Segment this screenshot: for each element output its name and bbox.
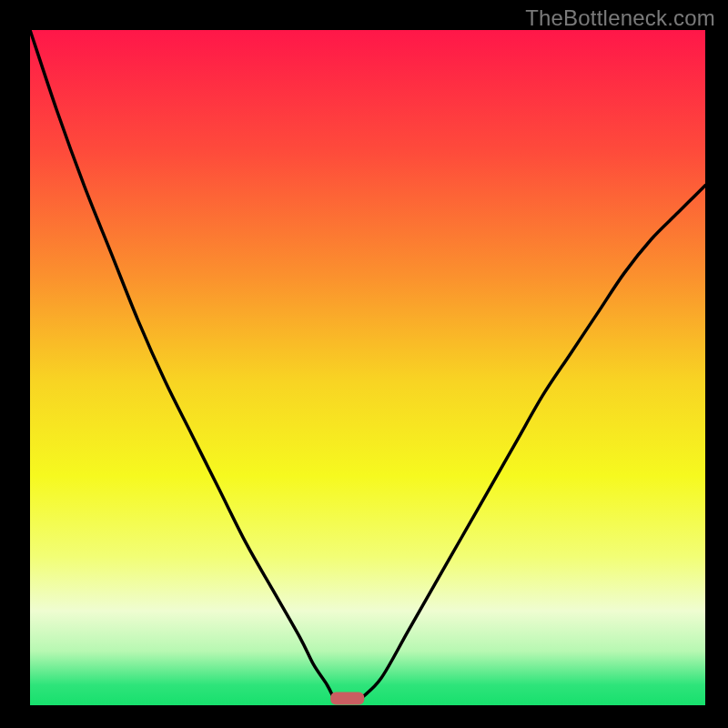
watermark-text: TheBottleneck.com	[525, 5, 715, 31]
chart-frame: TheBottleneck.com	[0, 0, 728, 728]
optimum-marker	[330, 693, 364, 705]
plot-background	[30, 30, 705, 705]
bottleneck-chart	[0, 0, 728, 728]
